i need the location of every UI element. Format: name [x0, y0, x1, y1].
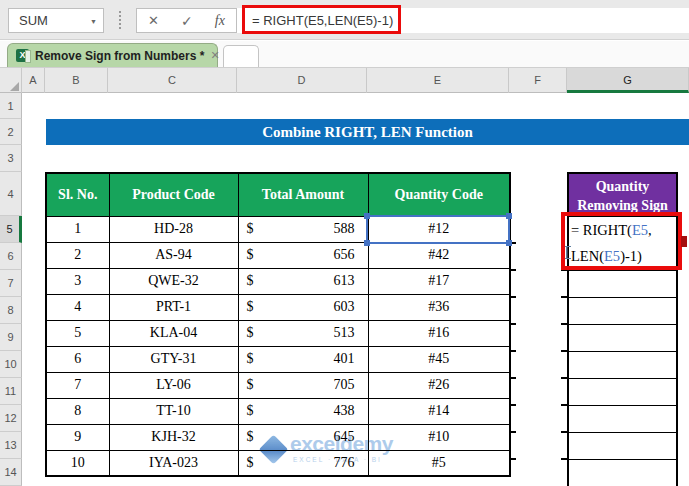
- cell-product-code[interactable]: PRT-1: [109, 294, 238, 320]
- cell-product-code[interactable]: QWE-32: [109, 268, 238, 294]
- column-header-B[interactable]: B: [45, 68, 108, 93]
- row-header-1[interactable]: 1: [0, 93, 22, 119]
- cell-product-code[interactable]: IYA-023: [109, 450, 238, 476]
- cell-G14[interactable]: [569, 459, 676, 486]
- cell-product-code[interactable]: KJH-32: [109, 424, 238, 450]
- sheet-tab[interactable]: Remove Sign from Numbers * ✕: [7, 43, 218, 67]
- cell-amount[interactable]: $656: [238, 242, 368, 268]
- cell-quantity[interactable]: #10: [368, 424, 510, 450]
- enter-icon[interactable]: ✓: [181, 13, 193, 29]
- select-all-button[interactable]: [0, 68, 22, 93]
- selection-handle[interactable]: [506, 240, 512, 246]
- cell-serial[interactable]: 5: [46, 320, 109, 346]
- header-quantity-code[interactable]: Quantity Code: [368, 173, 510, 216]
- table-row: 5 KLA-04 $513 #16: [46, 320, 510, 346]
- row-header-13[interactable]: 13: [0, 432, 22, 459]
- cell-G9[interactable]: [569, 324, 676, 351]
- banner-title: Combine RIGHT, LEN Function: [262, 124, 473, 141]
- cell-serial[interactable]: 4: [46, 294, 109, 320]
- row-header-3[interactable]: 3: [0, 145, 22, 172]
- header-quantity-removing-sign[interactable]: Quantity Removing Sign: [569, 174, 676, 217]
- column-header-C[interactable]: C: [108, 68, 237, 93]
- row-header-10[interactable]: 10: [0, 351, 22, 378]
- row-header-6[interactable]: 6: [0, 243, 22, 270]
- selection-handle[interactable]: [364, 213, 370, 219]
- column-header-A[interactable]: A: [22, 68, 45, 93]
- cell-quantity[interactable]: #26: [368, 372, 510, 398]
- cell-serial[interactable]: 8: [46, 398, 109, 424]
- formula-buttons: ✕ ✓ fx: [136, 8, 237, 33]
- cell-product-code[interactable]: HD-28: [109, 216, 238, 242]
- cell-serial[interactable]: 1: [46, 216, 109, 242]
- row-header-11[interactable]: 11: [0, 378, 22, 405]
- cell-amount[interactable]: $438: [238, 398, 368, 424]
- cell-amount[interactable]: $613: [238, 268, 368, 294]
- cell-amount[interactable]: $645: [238, 424, 368, 450]
- header-total-amount[interactable]: Total Amount: [238, 173, 368, 216]
- header-product-code[interactable]: Product Code: [109, 173, 238, 216]
- cell-G8[interactable]: [569, 297, 676, 324]
- column-header-G[interactable]: G: [567, 68, 689, 93]
- cell-product-code[interactable]: LY-06: [109, 372, 238, 398]
- cell-serial[interactable]: 3: [46, 268, 109, 294]
- cancel-icon[interactable]: ✕: [148, 13, 159, 28]
- row-header-2[interactable]: 2: [0, 119, 22, 145]
- cell-G12[interactable]: [569, 405, 676, 432]
- title-banner-cell[interactable]: Combine RIGHT, LEN Function: [46, 119, 689, 145]
- cell-G11[interactable]: [569, 378, 676, 405]
- header-sl-no[interactable]: Sl. No.: [46, 173, 109, 216]
- cell-serial[interactable]: 6: [46, 346, 109, 372]
- row-header-12[interactable]: 12: [0, 405, 22, 432]
- row-header-9[interactable]: 9: [0, 324, 22, 351]
- cell-quantity[interactable]: #42: [368, 242, 510, 268]
- table-row: 7 LY-06 $705 #26: [46, 372, 510, 398]
- cell-serial[interactable]: 10: [46, 450, 109, 476]
- cell-serial[interactable]: 9: [46, 424, 109, 450]
- cell-serial[interactable]: 7: [46, 372, 109, 398]
- cell-amount[interactable]: $776: [238, 450, 368, 476]
- cell-quantity[interactable]: #5: [368, 450, 510, 476]
- table-row: 8 TT-10 $438 #14: [46, 398, 510, 424]
- cell-G13[interactable]: [569, 432, 676, 459]
- chevron-down-icon[interactable]: ▼: [90, 18, 97, 25]
- fx-icon[interactable]: fx: [215, 13, 225, 29]
- new-tab-button[interactable]: [223, 45, 259, 67]
- cell-product-code[interactable]: TT-10: [109, 398, 238, 424]
- cell-quantity[interactable]: #17: [368, 268, 510, 294]
- cell-amount[interactable]: $513: [238, 320, 368, 346]
- column-header-D[interactable]: D: [237, 68, 367, 93]
- table-border-stubs-left: [509, 242, 516, 461]
- annotation-tick: [681, 236, 687, 247]
- cell-amount[interactable]: $401: [238, 346, 368, 372]
- close-icon[interactable]: ✕: [210, 49, 219, 62]
- cell-amount[interactable]: $603: [238, 294, 368, 320]
- selection-handle[interactable]: [364, 240, 370, 246]
- cell-currency: $: [247, 429, 254, 445]
- name-box[interactable]: SUM ▼: [8, 8, 104, 33]
- cell-amount[interactable]: $705: [238, 372, 368, 398]
- column-header-F[interactable]: F: [509, 68, 567, 93]
- name-box-value: SUM: [9, 13, 48, 28]
- cell-amount[interactable]: $588: [238, 216, 368, 242]
- row-header-8[interactable]: 8: [0, 297, 22, 324]
- column-header-E[interactable]: E: [367, 68, 509, 93]
- row-header-5[interactable]: 5: [0, 216, 22, 243]
- row-header-4[interactable]: 4: [0, 172, 22, 216]
- row-header-14[interactable]: 14: [0, 459, 22, 486]
- cell-quantity[interactable]: #36: [368, 294, 510, 320]
- table-row: 6 GTY-31 $401 #45: [46, 346, 510, 372]
- cell-quantity[interactable]: #45: [368, 346, 510, 372]
- cell-amount-value: 513: [334, 325, 355, 341]
- cell-G10[interactable]: [569, 351, 676, 378]
- cell-G7[interactable]: [569, 270, 676, 297]
- row-header-7[interactable]: 7: [0, 270, 22, 297]
- cell-quantity[interactable]: #16: [368, 320, 510, 346]
- cell-quantity[interactable]: #14: [368, 398, 510, 424]
- cell-product-code[interactable]: GTY-31: [109, 346, 238, 372]
- cell-product-code[interactable]: KLA-04: [109, 320, 238, 346]
- cell-product-code[interactable]: AS-94: [109, 242, 238, 268]
- selection-handle[interactable]: [506, 213, 512, 219]
- cell-serial[interactable]: 2: [46, 242, 109, 268]
- cell-amount-value: 705: [334, 377, 355, 393]
- formula-annotation-box: [242, 5, 401, 34]
